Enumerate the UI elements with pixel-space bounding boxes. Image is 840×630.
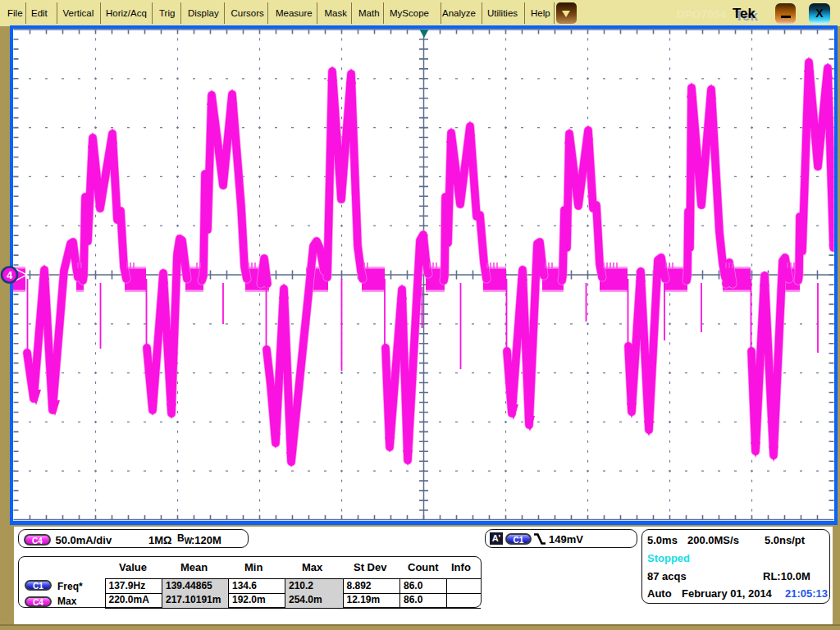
svg-text:4: 4 bbox=[7, 269, 13, 281]
